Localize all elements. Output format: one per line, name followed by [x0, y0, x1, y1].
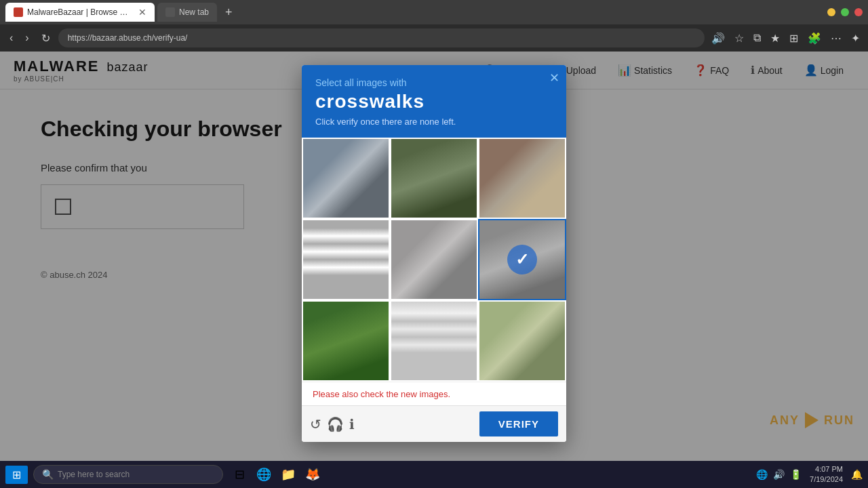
bookmark-icon[interactable]: ☆	[732, 29, 747, 47]
split-view-icon[interactable]: ⧉	[751, 29, 764, 47]
captcha-footer-icons: ↺ 🎧 ℹ	[310, 416, 355, 432]
captcha-cell-9[interactable]	[478, 300, 566, 382]
taskbar-app-firefox[interactable]: 🦊	[302, 464, 323, 485]
refresh-button[interactable]: ↻	[37, 29, 54, 47]
maximize-button[interactable]	[841, 8, 849, 16]
captcha-status-text: Please also check the new images.	[313, 389, 450, 399]
captcha-close-button[interactable]: ✕	[549, 70, 559, 85]
tab-bar: MalwareBazaar | Browse Checkin... ✕ New …	[0, 0, 868, 24]
captcha-image-1	[303, 139, 389, 218]
tab-title: MalwareBazaar | Browse Checkin...	[27, 7, 132, 17]
captcha-cell-4[interactable]	[302, 219, 390, 300]
taskbar-app-icons: ⊟ 🌐 📁 🦊	[229, 464, 323, 485]
captcha-footer: ↺ 🎧 ℹ VERIFY	[302, 405, 566, 442]
taskbar-app-explorer[interactable]: 📁	[277, 464, 299, 485]
captcha-header-pre: Select all images with	[315, 77, 553, 88]
new-tab-title: New tab	[179, 7, 209, 17]
captcha-modal: ✕ Select all images with crosswalks Clic…	[302, 65, 566, 442]
captcha-cell-2[interactable]	[390, 138, 478, 219]
new-tab-button[interactable]: +	[220, 5, 238, 20]
captcha-image-4	[303, 220, 389, 299]
verify-button[interactable]: VERIFY	[479, 411, 558, 436]
taskbar-system-icons: 🌐 🔊 🔋	[756, 469, 802, 480]
taskbar-search-icon: 🔍	[42, 469, 54, 480]
nav-bar: ‹ › ↻ 🔊 ☆ ⧉ ★ ⊞ 🧩 ⋯ ✦	[0, 24, 868, 52]
favorites-icon[interactable]: ★	[768, 29, 783, 47]
captcha-refresh-icon[interactable]: ↺	[310, 416, 321, 432]
taskbar-network-icon[interactable]: 🌐	[756, 469, 768, 480]
captcha-cell-6[interactable]: ✓	[478, 219, 566, 300]
captcha-image-5	[391, 220, 477, 299]
edge-copilot-icon[interactable]: ✦	[848, 29, 863, 47]
read-aloud-icon[interactable]: 🔊	[709, 29, 728, 47]
collections-icon[interactable]: ⊞	[787, 29, 801, 47]
start-button[interactable]: ⊞	[5, 466, 28, 484]
captcha-overlay: ✕ Select all images with crosswalks Clic…	[0, 52, 868, 461]
captcha-image-8	[391, 302, 477, 380]
captcha-cell-5[interactable]	[390, 219, 478, 300]
taskbar-app-edge[interactable]: 🌐	[253, 464, 275, 485]
taskbar-notification-icon[interactable]: 🔔	[851, 469, 863, 480]
captcha-status-bar: Please also check the new images.	[302, 382, 566, 405]
taskbar-date-display: 7/19/2024	[810, 474, 843, 485]
captcha-header: ✕ Select all images with crosswalks Clic…	[302, 65, 566, 138]
captcha-cell-1[interactable]	[302, 138, 390, 219]
captcha-cell-3[interactable]	[478, 138, 566, 219]
minimize-button[interactable]	[827, 8, 835, 16]
page-content: MALWARE bazaar by ABUSE|CH 🔍 Browse ⬆ Up…	[0, 52, 868, 461]
taskbar-search-placeholder: Type here to search	[58, 470, 130, 479]
back-button[interactable]: ‹	[5, 29, 17, 47]
captcha-image-grid: ✓	[302, 138, 566, 382]
address-bar[interactable]	[58, 28, 705, 47]
settings-icon[interactable]: ⋯	[828, 29, 844, 47]
captcha-keyword: crosswalks	[315, 91, 553, 113]
favicon	[14, 7, 23, 17]
taskbar: ⊞ 🔍 Type here to search ⊟ 🌐 📁 🦊 🌐 🔊 🔋 4:…	[0, 461, 868, 488]
captcha-image-9	[479, 302, 565, 380]
forward-button[interactable]: ›	[21, 29, 33, 47]
new-tab-favicon	[165, 7, 175, 17]
close-button[interactable]	[854, 8, 863, 16]
captcha-image-7	[303, 302, 389, 380]
captcha-hint: Click verify once there are none left.	[315, 117, 553, 127]
captcha-cell-7[interactable]	[302, 300, 390, 382]
active-tab[interactable]: MalwareBazaar | Browse Checkin... ✕	[5, 3, 155, 22]
selected-check-overlay: ✓	[507, 245, 537, 274]
taskbar-search-box[interactable]: 🔍 Type here to search	[33, 465, 223, 484]
captcha-image-3	[479, 139, 565, 218]
taskbar-battery-icon[interactable]: 🔋	[790, 469, 802, 480]
inactive-tab[interactable]: New tab	[157, 3, 217, 22]
browser-nav-icons: 🔊 ☆ ⧉ ★ ⊞ 🧩 ⋯ ✦	[709, 29, 863, 47]
taskbar-clock[interactable]: 4:07 PM 7/19/2024	[810, 464, 843, 485]
taskbar-app-task-view[interactable]: ⊟	[229, 464, 250, 485]
tab-close-button[interactable]: ✕	[138, 7, 146, 18]
captcha-audio-icon[interactable]: 🎧	[327, 416, 344, 432]
captcha-image-2	[391, 139, 477, 218]
taskbar-right: 🌐 🔊 🔋 4:07 PM 7/19/2024 🔔	[756, 464, 863, 485]
captcha-info-icon[interactable]: ℹ	[349, 416, 355, 432]
captcha-cell-8[interactable]	[390, 300, 478, 382]
taskbar-sound-icon[interactable]: 🔊	[773, 469, 785, 480]
window-controls	[827, 8, 863, 16]
browser-chrome: MalwareBazaar | Browse Checkin... ✕ New …	[0, 0, 868, 52]
extensions-icon[interactable]: 🧩	[805, 29, 824, 47]
check-mark-icon: ✓	[515, 250, 529, 269]
taskbar-time-display: 4:07 PM	[810, 464, 843, 474]
